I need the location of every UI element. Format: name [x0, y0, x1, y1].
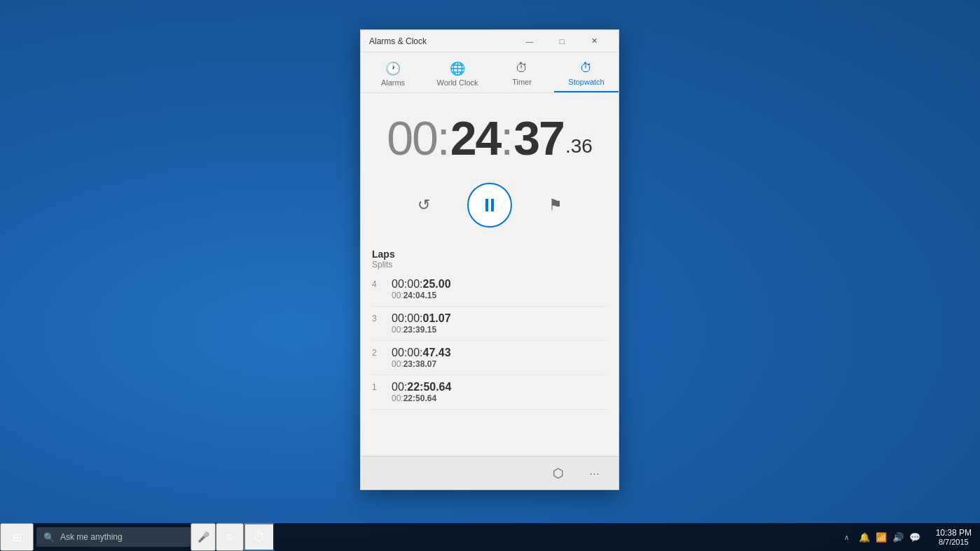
pause-button[interactable] [467, 183, 512, 228]
tray-expand[interactable]: ∧ [841, 533, 852, 541]
time-millis: .36 [565, 137, 593, 156]
lap-data-2: 00:00:47.43 00:23:38.07 [392, 347, 451, 369]
reset-button[interactable]: ↺ [408, 190, 439, 221]
colon-1: : [437, 114, 450, 162]
alarms-icon: 🕐 [385, 61, 401, 76]
tab-stopwatch[interactable]: ⏱ Stopwatch [554, 55, 619, 92]
lap-time-prefix-2: 00:00: [392, 347, 422, 358]
tab-worldclock[interactable]: 🌐 World Clock [425, 55, 490, 92]
laps-section: Laps Splits 4 00:00:25.00 00:24:04.15 3 [372, 249, 607, 410]
lap-data-4: 00:00:25.00 00:24:04.15 [392, 278, 451, 300]
time-hours: 00 [387, 114, 437, 162]
title-bar: Alarms & Clock — □ ✕ [361, 30, 619, 53]
lap-time-prefix-3: 00:00: [392, 312, 422, 324]
app-taskbar-icon: ⏱ [253, 530, 265, 545]
tray-network-icon[interactable]: 📶 [876, 532, 887, 543]
stopwatch-icon: ⏱ [580, 61, 593, 76]
lap-item: 2 00:00:47.43 00:23:38.07 [372, 341, 607, 375]
tray-volume-icon[interactable]: 🔊 [892, 532, 904, 543]
tray-icons: 🔔 📶 🔊 💬 [852, 532, 927, 543]
lap-data-3: 00:00:01.07 00:23:39.15 [392, 312, 451, 335]
lap-split-3: 00:23:39.15 [392, 325, 451, 335]
more-icon: ··· [590, 468, 600, 479]
split-bold-3: 23:39.15 [403, 325, 436, 335]
taskbar-clock[interactable]: 10:38 PM 8/7/2015 [927, 523, 980, 551]
lap-time-2: 00:00:47.43 [392, 347, 451, 359]
mic-icon: 🎤 [198, 531, 209, 543]
tray-action-center-icon[interactable]: 💬 [909, 532, 920, 543]
tab-timer-label: Timer [512, 78, 532, 86]
flag-icon: ⚑ [548, 196, 563, 214]
flag-button[interactable]: ⚑ [540, 190, 571, 221]
lap-number-4: 4 [372, 278, 383, 289]
split-prefix-2: 00: [392, 359, 403, 369]
reset-icon: ↺ [417, 196, 430, 214]
lap-split-1: 00:22:50.64 [392, 393, 451, 403]
lap-time-bold-4: 25.00 [422, 278, 450, 290]
nav-tabs: 🕐 Alarms 🌐 World Clock ⏱ Timer ⏱ Stopwat… [361, 53, 619, 93]
time-seconds: 37 [513, 114, 564, 162]
app-window: Alarms & Clock — □ ✕ 🕐 Alarms 🌐 World Cl… [360, 29, 619, 490]
lap-data-1: 00:22:50.64 00:22:50.64 [392, 381, 451, 403]
task-view-button[interactable]: ⧉ [216, 523, 244, 551]
start-button[interactable]: ⊞ [0, 523, 34, 551]
tab-timer[interactable]: ⏱ Timer [490, 55, 554, 92]
taskbar-search[interactable]: 🔍 Ask me anything [36, 527, 191, 547]
title-bar-controls: — □ ✕ [513, 30, 610, 53]
split-bold-1: 22:50.64 [403, 393, 436, 403]
time-display: 00 : 24 : 37 .36 [387, 114, 593, 162]
controls: ↺ ⚑ [408, 183, 571, 228]
lap-split-2: 00:23:38.07 [392, 359, 451, 369]
search-icon: 🔍 [43, 532, 55, 543]
main-content: 00 : 24 : 37 .36 ↺ ⚑ Laps Splits [361, 93, 619, 456]
lap-split-4: 00:24:04.15 [392, 291, 451, 300]
lap-number-3: 3 [372, 312, 383, 323]
split-prefix-4: 00: [392, 291, 403, 300]
window-title: Alarms & Clock [369, 36, 513, 46]
split-bold-4: 24:04.15 [403, 291, 436, 300]
more-button[interactable]: ··· [582, 461, 607, 486]
timer-icon: ⏱ [516, 61, 528, 76]
tab-alarms[interactable]: 🕐 Alarms [361, 55, 425, 92]
split-bold-2: 23:38.07 [403, 359, 436, 369]
lap-item: 3 00:00:01.07 00:23:39.15 [372, 307, 607, 341]
clock-time: 10:38 PM [936, 528, 972, 538]
mic-button[interactable]: 🎤 [191, 523, 216, 551]
splits-subtitle: Splits [372, 260, 607, 270]
lap-item: 4 00:00:25.00 00:24:04.15 [372, 272, 607, 307]
lap-time-prefix-4: 00:00: [392, 278, 422, 290]
lap-time-bold-3: 01.07 [422, 312, 450, 324]
lap-time-prefix-1: 00: [392, 381, 407, 393]
maximize-button[interactable]: □ [546, 30, 578, 53]
lap-time-bold-2: 47.43 [422, 347, 450, 358]
laps-header: Laps Splits [372, 249, 607, 270]
worldclock-icon: 🌐 [450, 61, 465, 76]
close-button[interactable]: ✕ [578, 30, 610, 53]
tray-notification-icon[interactable]: 🔔 [859, 532, 870, 543]
search-text: Ask me anything [60, 532, 123, 542]
lap-time-1: 00:22:50.64 [392, 381, 451, 393]
lap-time-bold-1: 22:50.64 [407, 381, 451, 393]
laps-title: Laps [372, 249, 607, 260]
app-taskbar-button[interactable]: ⏱ [244, 523, 275, 551]
pause-icon [485, 199, 494, 211]
tab-worldclock-label: World Clock [436, 78, 478, 87]
tab-alarms-label: Alarms [381, 78, 405, 87]
clock-date: 8/7/2015 [939, 538, 969, 546]
footer: ⬡ ··· [361, 456, 619, 489]
taskbar: ⊞ 🔍 Ask me anything 🎤 ⧉ ⏱ ∧ 🔔 📶 🔊 💬 10:3… [0, 523, 980, 551]
lap-time-4: 00:00:25.00 [392, 278, 451, 291]
lap-item: 1 00:22:50.64 00:22:50.64 [372, 375, 607, 410]
share-icon: ⬡ [553, 466, 564, 481]
tab-stopwatch-label: Stopwatch [568, 78, 604, 86]
share-button[interactable]: ⬡ [546, 461, 571, 486]
start-icon: ⊞ [13, 531, 22, 544]
minimize-button[interactable]: — [513, 30, 546, 53]
lap-number-1: 1 [372, 381, 383, 392]
lap-number-2: 2 [372, 347, 383, 358]
split-prefix-1: 00: [392, 393, 403, 403]
lap-time-3: 00:00:01.07 [392, 312, 451, 325]
time-minutes: 24 [450, 114, 501, 162]
colon-2: : [500, 114, 513, 162]
task-view-icon: ⧉ [226, 531, 233, 543]
